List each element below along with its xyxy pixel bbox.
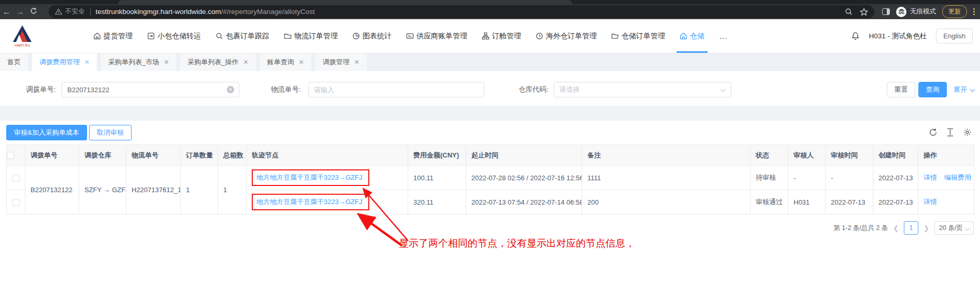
clock-icon xyxy=(536,32,543,40)
col-track-node: 轨迹节点 xyxy=(247,145,408,166)
tab-allot-cost[interactable]: 调拨费用管理✕ xyxy=(32,53,97,71)
tab-purchase-market[interactable]: 采购单列表_市场✕ xyxy=(101,53,176,71)
nav-item-warehouse[interactable]: 仓储 xyxy=(680,19,704,53)
nav-item-supplier-bills[interactable]: 供应商账单管理 xyxy=(406,19,467,53)
col-audit-time: 审核时间 xyxy=(826,145,873,166)
col-remark: 备注 xyxy=(582,145,751,166)
nav-item-parcel-tracking[interactable]: 包裹订单跟踪 xyxy=(215,19,269,53)
close-icon[interactable]: ✕ xyxy=(243,59,249,66)
gear-icon[interactable] xyxy=(963,128,972,137)
chevron-down-icon xyxy=(965,226,970,231)
close-icon[interactable]: ✕ xyxy=(164,59,169,66)
language-button[interactable]: English xyxy=(936,28,973,44)
search-button[interactable]: 查询 xyxy=(918,82,947,97)
hart-logo: HART.RU xyxy=(8,24,36,48)
url-separator xyxy=(90,8,91,16)
status-badge: 待审核 xyxy=(751,166,788,190)
page-size-select[interactable]: 20 条/页 xyxy=(934,221,974,235)
not-secure-label: 不安全 xyxy=(65,7,85,16)
incognito-badge: 无痕模式 xyxy=(896,7,936,17)
row-checkbox[interactable] xyxy=(12,199,20,206)
reset-button[interactable]: 重置 xyxy=(887,82,915,97)
edit-fee-link[interactable]: 编辑费用 xyxy=(944,174,971,181)
col-warehouse: 调拨仓库 xyxy=(79,145,126,166)
home-icon xyxy=(93,32,101,40)
clear-icon[interactable]: ✕ xyxy=(227,86,234,93)
allot-cost-table: 调拨单号 调拨仓库 物流单号 订单数量 总箱数 轨迹节点 费用金额(CNY) 起… xyxy=(6,145,974,214)
allot-no-input[interactable] xyxy=(62,82,239,97)
cell-track-node: 地方地方豆腐干豆腐干3223→GZFJ xyxy=(247,190,408,214)
logistics-no-input[interactable] xyxy=(308,82,484,97)
tab-purchase-operate[interactable]: 采购单列表_操作✕ xyxy=(180,53,255,71)
forward-icon[interactable]: → xyxy=(13,7,27,17)
cell-audit-time: 2022-07-13 xyxy=(826,190,873,214)
url-domain: testtrunkbookingmgr.hart-worldwide.com xyxy=(96,8,221,16)
warehouse-code-select[interactable]: 请选择 xyxy=(554,82,731,97)
detail-link[interactable]: 详情 xyxy=(924,174,937,181)
col-box-qty: 总箱数 xyxy=(218,145,247,166)
cell-remark: 200 xyxy=(582,190,751,214)
nav-item-logistics-orders[interactable]: 物流订单管理 xyxy=(284,19,338,53)
reload-icon[interactable] xyxy=(27,7,40,17)
audit-add-cost-button[interactable]: 审核&加入采购单成本 xyxy=(6,125,87,140)
cancel-audit-button[interactable]: 取消审核 xyxy=(89,125,132,140)
current-page[interactable]: 1 xyxy=(904,221,918,235)
chevron-down-icon xyxy=(970,87,975,92)
security-chip[interactable]: 不安全 xyxy=(55,7,85,16)
col-order-qty: 订单数量 xyxy=(181,145,218,166)
close-icon[interactable]: ✕ xyxy=(354,59,359,66)
close-icon[interactable]: ✕ xyxy=(299,59,304,66)
bookmark-star-icon[interactable] xyxy=(860,8,868,16)
back-icon[interactable]: ← xyxy=(0,7,13,17)
warehouse-code-label: 仓库代码: xyxy=(518,82,549,97)
nav-item-booking[interactable]: 订舱管理 xyxy=(482,19,521,53)
browser-menu-icon[interactable] xyxy=(973,8,975,15)
side-panel-icon[interactable] xyxy=(882,8,890,15)
folder-icon xyxy=(284,32,292,40)
url-path: /#/repertoryManage/allotyCost xyxy=(221,8,315,16)
transfer-icon xyxy=(147,32,155,40)
track-node-link[interactable]: 地方地方豆腐干豆腐干3223→GZFJ xyxy=(256,174,362,181)
annotation-highlight-box: 地方地方豆腐干豆腐干3223→GZFJ xyxy=(252,169,369,186)
incognito-label: 无痕模式 xyxy=(910,7,936,16)
prev-page-icon[interactable]: ❮ xyxy=(892,224,900,232)
cell-auditor: - xyxy=(788,166,826,190)
cell-logistics-no: H2207137612_1 xyxy=(126,166,181,214)
house-icon xyxy=(680,32,687,40)
next-page-icon[interactable]: ❯ xyxy=(923,224,930,232)
nav-item-overseas-orders[interactable]: 海外仓订单管理 xyxy=(536,19,597,53)
zoom-icon[interactable] xyxy=(845,8,853,16)
chevron-down-icon xyxy=(720,87,726,92)
nav-item-chart-stats[interactable]: 图表统计 xyxy=(352,19,392,53)
url-bar[interactable]: 不安全 testtrunkbookingmgr.hart-worldwide.c… xyxy=(49,5,874,18)
user-name[interactable]: H031 - 测试角色杜 xyxy=(869,32,927,41)
col-status: 状态 xyxy=(751,145,788,166)
nav-item-pickup[interactable]: 提货管理 xyxy=(93,19,133,53)
row-checkbox[interactable] xyxy=(12,175,20,182)
row-height-icon[interactable] xyxy=(946,128,954,137)
expand-link[interactable]: 展开 xyxy=(954,82,967,97)
track-node-link[interactable]: 地方地方豆腐干豆腐干3223→GZFJ xyxy=(256,198,362,206)
url-text: testtrunkbookingmgr.hart-worldwide.com/#… xyxy=(96,8,315,16)
refresh-icon[interactable] xyxy=(929,128,938,137)
tab-allot-manage[interactable]: 调拨管理✕ xyxy=(315,53,367,71)
col-create-time: 创建时间 xyxy=(873,145,918,166)
select-all-checkbox[interactable] xyxy=(7,152,14,159)
tab-home[interactable]: 首页 xyxy=(0,53,28,71)
browser-tab[interactable] xyxy=(118,0,572,4)
cell-remark: 1111 xyxy=(582,166,751,190)
cell-auditor: H031 xyxy=(788,190,826,214)
bell-icon[interactable] xyxy=(851,32,860,40)
tab-bill-query[interactable]: 账单查询✕ xyxy=(260,53,311,71)
search-icon xyxy=(215,32,223,40)
nav-item-warehouse-orders[interactable]: 仓储订单管理 xyxy=(611,19,665,53)
annotation-highlight-box: 地方地方豆腐干豆腐干3223→GZFJ xyxy=(252,194,369,210)
update-button[interactable]: 更新 xyxy=(942,5,967,18)
annotation-text: 显示了两个相同的节点，没有显示出对应的节点信息， xyxy=(399,237,635,250)
cell-operation: 详情编辑费用 xyxy=(918,166,974,190)
detail-link[interactable]: 详情 xyxy=(924,198,937,206)
cell-create-time: 2022-07-13 xyxy=(873,166,918,190)
nav-more-icon[interactable]: … xyxy=(719,32,728,41)
close-icon[interactable]: ✕ xyxy=(84,59,90,66)
nav-item-parcel-transfer[interactable]: 小包仓储转运 xyxy=(147,19,201,53)
